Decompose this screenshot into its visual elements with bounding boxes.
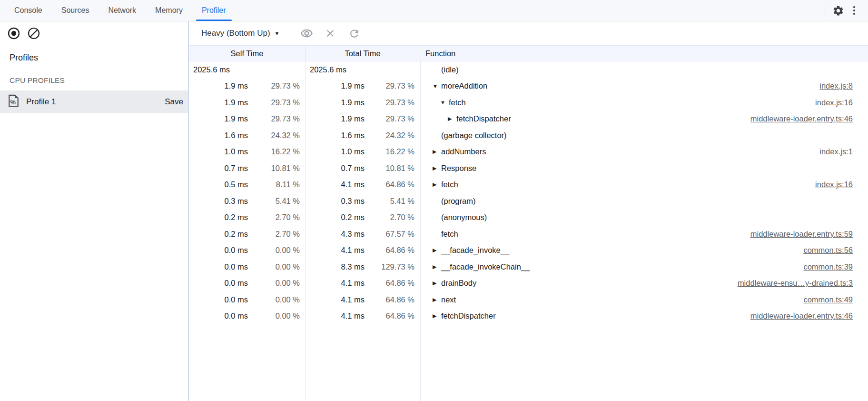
time-percent: 129.73 % bbox=[365, 262, 420, 271]
function-cell: ▶nextcommon.ts:49 bbox=[420, 291, 868, 308]
time-percent: 8.11 % bbox=[248, 180, 306, 189]
source-link[interactable]: index.js:1 bbox=[819, 147, 868, 156]
collapsed-arrow-icon[interactable]: ▶ bbox=[433, 313, 441, 319]
source-link[interactable]: common.ts:49 bbox=[803, 295, 868, 304]
column-header-function[interactable]: Function bbox=[420, 46, 868, 61]
time-percent: 0.00 % bbox=[248, 262, 306, 271]
tab-memory[interactable]: Memory bbox=[146, 0, 192, 21]
time-value: 1.9 ms bbox=[189, 114, 248, 123]
function-name: (program) bbox=[441, 197, 475, 206]
collapsed-arrow-icon[interactable]: ▶ bbox=[433, 297, 441, 303]
function-cell: ▶fetchDispatchermiddleware-loader.entry.… bbox=[420, 308, 868, 325]
column-header-total-time[interactable]: Total Time bbox=[306, 46, 420, 61]
time-value: 2025.6 ms bbox=[189, 65, 306, 74]
column-header-self-time[interactable]: Self Time bbox=[189, 46, 306, 61]
time-value: 4.3 ms bbox=[306, 230, 365, 239]
source-link[interactable]: index.js:8 bbox=[819, 81, 868, 90]
self-time-cell: 0.0 ms0.00 % bbox=[189, 308, 306, 325]
table-row[interactable]: 0.5 ms8.11 %4.1 ms64.86 %▶fetchindex.js:… bbox=[189, 177, 868, 193]
table-row[interactable]: 0.2 ms2.70 %0.2 ms2.70 %(anonymous) bbox=[189, 210, 868, 226]
save-profile-link[interactable]: Save bbox=[165, 97, 183, 107]
tab-network[interactable]: Network bbox=[99, 0, 146, 21]
tab-sources[interactable]: Sources bbox=[52, 0, 99, 21]
time-percent: 64.86 % bbox=[365, 311, 420, 321]
function-name: (anonymous) bbox=[441, 213, 487, 222]
collapsed-arrow-icon[interactable]: ▶ bbox=[433, 264, 441, 270]
cpu-profiles-heading: CPU PROFILES bbox=[10, 76, 188, 85]
collapsed-arrow-icon[interactable]: ▶ bbox=[433, 149, 441, 155]
table-row[interactable]: 1.6 ms24.32 %1.6 ms24.32 %(garbage colle… bbox=[189, 127, 868, 144]
time-value: 0.5 ms bbox=[189, 180, 248, 189]
time-percent: 16.22 % bbox=[365, 147, 420, 156]
function-cell: ▶fetchDispatchermiddleware-loader.entry.… bbox=[420, 111, 868, 128]
time-value: 0.3 ms bbox=[306, 197, 365, 206]
table-row[interactable]: 0.3 ms5.41 %0.3 ms5.41 %(program) bbox=[189, 193, 868, 210]
table-row[interactable]: 0.0 ms0.00 %4.1 ms64.86 %▶nextcommon.ts:… bbox=[189, 291, 868, 308]
table-row[interactable]: 1.9 ms29.73 %1.9 ms29.73 %▼fetchindex.js… bbox=[189, 94, 868, 111]
source-link[interactable]: middleware-loader.entry.ts:46 bbox=[750, 311, 868, 321]
table-row[interactable]: 1.9 ms29.73 %1.9 ms29.73 %▶fetchDispatch… bbox=[189, 111, 868, 128]
source-link[interactable]: middleware-loader.entry.ts:59 bbox=[750, 230, 868, 239]
table-row[interactable]: 0.0 ms0.00 %4.1 ms64.86 %▶fetchDispatche… bbox=[189, 308, 868, 325]
source-link[interactable]: common.ts:39 bbox=[803, 262, 868, 271]
collapsed-arrow-icon[interactable]: ▶ bbox=[433, 247, 441, 253]
total-time-cell: 0.7 ms10.81 % bbox=[306, 160, 420, 177]
tab-label: Console bbox=[14, 6, 42, 15]
tab-profiler[interactable]: Profiler bbox=[192, 0, 236, 21]
table-row[interactable]: 1.0 ms16.22 %1.0 ms16.22 %▶addNumbersind… bbox=[189, 144, 868, 160]
time-percent: 0.00 % bbox=[248, 311, 306, 321]
record-button[interactable] bbox=[7, 26, 21, 40]
profile-list-item[interactable]: % Profile 1 Save bbox=[0, 90, 188, 113]
time-value: 4.1 ms bbox=[306, 246, 365, 255]
devtools-window: Console Sources Network Memory Profiler bbox=[0, 0, 868, 401]
table-row[interactable]: 0.2 ms2.70 %4.3 ms67.57 %fetchmiddleware… bbox=[189, 226, 868, 242]
profile-name: Profile 1 bbox=[26, 97, 165, 107]
self-time-cell: 0.5 ms8.11 % bbox=[189, 177, 306, 193]
total-time-cell: 1.6 ms24.32 % bbox=[306, 127, 420, 144]
restore-button[interactable] bbox=[346, 25, 362, 41]
more-vert-icon bbox=[848, 5, 860, 16]
more-menu-button[interactable] bbox=[846, 2, 862, 19]
function-cell: (idle) bbox=[420, 61, 868, 78]
focus-button[interactable] bbox=[298, 25, 315, 41]
source-link[interactable]: middleware-ensu…y-drained.ts:3 bbox=[738, 279, 868, 288]
function-cell: (anonymous) bbox=[420, 210, 868, 226]
time-percent: 29.73 % bbox=[365, 98, 420, 107]
source-link[interactable]: common.ts:56 bbox=[803, 246, 868, 255]
collapsed-arrow-icon[interactable]: ▶ bbox=[433, 165, 441, 171]
expanded-arrow-icon[interactable]: ▼ bbox=[440, 100, 449, 105]
function-cell: ▶Response bbox=[420, 160, 868, 177]
function-name: __facade_invokeChain__ bbox=[441, 262, 530, 271]
time-percent: 29.73 % bbox=[248, 98, 306, 107]
total-time-cell: 4.3 ms67.57 % bbox=[306, 226, 420, 242]
data-grid-body: 2025.6 ms2025.6 ms(idle)1.9 ms29.73 %1.9… bbox=[189, 61, 868, 401]
table-row[interactable]: 2025.6 ms2025.6 ms(idle) bbox=[189, 61, 868, 78]
tab-console[interactable]: Console bbox=[5, 0, 52, 21]
expanded-arrow-icon[interactable]: ▼ bbox=[433, 83, 441, 89]
view-mode-select[interactable]: Heavy (Bottom Up) ▼ bbox=[201, 29, 279, 38]
eye-icon bbox=[300, 27, 313, 40]
source-link[interactable]: index.js:16 bbox=[815, 98, 868, 107]
table-row[interactable]: 1.9 ms29.73 %1.9 ms29.73 %▼moreAdditioni… bbox=[189, 78, 868, 95]
time-value: 0.2 ms bbox=[189, 213, 248, 222]
function-cell: ▼moreAdditionindex.js:8 bbox=[420, 78, 868, 95]
time-value: 0.3 ms bbox=[189, 197, 248, 206]
table-row[interactable]: 0.0 ms0.00 %4.1 ms64.86 %▶drainBodymiddl… bbox=[189, 275, 868, 292]
table-row[interactable]: 0.0 ms0.00 %8.3 ms129.73 %▶__facade_invo… bbox=[189, 259, 868, 275]
collapsed-arrow-icon[interactable]: ▶ bbox=[448, 116, 456, 122]
collapsed-arrow-icon[interactable]: ▶ bbox=[433, 181, 441, 188]
function-cell: ▶fetchindex.js:16 bbox=[420, 177, 868, 193]
table-row[interactable]: 0.0 ms0.00 %4.1 ms64.86 %▶__facade_invok… bbox=[189, 242, 868, 259]
function-name: (garbage collector) bbox=[441, 131, 507, 140]
settings-button[interactable] bbox=[830, 2, 846, 19]
collapsed-arrow-icon[interactable]: ▶ bbox=[433, 280, 441, 286]
time-value: 1.9 ms bbox=[189, 98, 248, 107]
exclude-button[interactable] bbox=[322, 25, 338, 41]
source-link[interactable]: index.js:16 bbox=[815, 180, 868, 189]
source-link[interactable]: middleware-loader.entry.ts:46 bbox=[750, 114, 868, 123]
profiles-list-panel: Profiles CPU PROFILES % Profile 1 Save bbox=[0, 45, 188, 401]
time-percent: 64.86 % bbox=[365, 295, 420, 304]
gear-icon bbox=[832, 5, 844, 17]
table-row[interactable]: 0.7 ms10.81 %0.7 ms10.81 %▶Response bbox=[189, 160, 868, 177]
clear-button[interactable] bbox=[27, 26, 41, 40]
